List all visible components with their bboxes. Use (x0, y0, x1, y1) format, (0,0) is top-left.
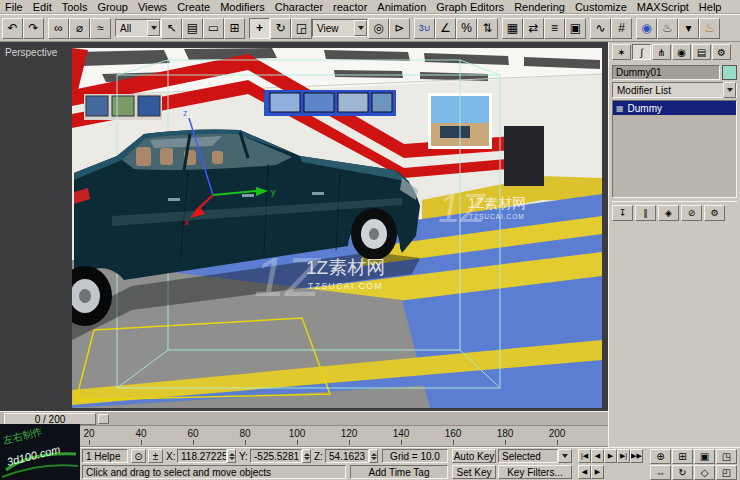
mirror-icon[interactable]: ⇄ (523, 18, 544, 39)
render-type-icon[interactable]: ▾ (678, 18, 699, 39)
menu-item[interactable]: Tools (57, 1, 93, 13)
named-selection-sets-icon[interactable]: ▦ (502, 18, 523, 39)
modifier-list-dropdown[interactable]: Modifier List (612, 82, 737, 98)
key-filters-button[interactable]: Key Filters... (498, 465, 572, 479)
track-bar[interactable]: 20406080100120140160180200 (0, 425, 608, 447)
previous-key-button[interactable]: ◀ (578, 465, 591, 479)
menu-item[interactable]: Edit (28, 1, 57, 13)
spinner-snap-icon[interactable]: ⇅ (477, 18, 498, 39)
reference-coordinate-dropdown[interactable]: View (312, 19, 368, 37)
display-tab[interactable]: ▤ (692, 44, 711, 60)
viewport-label[interactable]: Perspective (5, 47, 57, 58)
absolute-offset-toggle-icon[interactable]: ± (148, 449, 163, 463)
curve-editor-icon[interactable]: ∿ (590, 18, 611, 39)
create-tab[interactable]: ✶ (612, 44, 631, 60)
y-coordinate-field[interactable]: -525.5281 (250, 449, 302, 463)
modifier-stack[interactable]: ▦ Dummy (612, 100, 737, 198)
snap-toggle-icon[interactable]: 3∪ (414, 18, 435, 39)
bind-to-spacewarp-icon[interactable]: ≈ (90, 18, 111, 39)
zoom-region-icon[interactable]: ◳ (716, 449, 737, 464)
chevron-down-icon[interactable] (354, 20, 367, 36)
zoom-extents-icon[interactable]: ▣ (694, 449, 715, 464)
z-coordinate-field[interactable]: 54.1623 (325, 449, 369, 463)
undo-icon[interactable]: ↶ (2, 18, 23, 39)
pin-stack-button[interactable]: ↧ (612, 205, 633, 221)
menu-item[interactable]: reactor (328, 1, 372, 13)
go-to-start-button[interactable]: |◀ (578, 449, 591, 463)
time-slider-step-button[interactable] (98, 414, 109, 424)
pan-icon[interactable]: ⇔ (650, 465, 671, 480)
percent-snap-icon[interactable]: % (456, 18, 477, 39)
configure-modifier-sets-button[interactable]: ⚙ (704, 205, 725, 221)
set-key-button[interactable]: Set Key (452, 465, 496, 479)
previous-frame-button[interactable]: ◀ (591, 449, 604, 463)
menu-item[interactable]: Group (92, 1, 133, 13)
menu-item[interactable]: Help (694, 1, 727, 13)
show-end-result-button[interactable]: ∥ (635, 205, 656, 221)
angle-snap-icon[interactable]: ∠ (435, 18, 456, 39)
go-to-end-button[interactable]: ▶▶ (630, 449, 643, 463)
modify-tab[interactable]: ∫ (632, 44, 651, 60)
object-name-field[interactable]: Dummy01 (612, 65, 720, 80)
hierarchy-tab[interactable]: ⋔ (652, 44, 671, 60)
viewport-render[interactable]: z y x 1Z 1Z素材网 TZSUCAI.COM 1Z 1Z素材网 TZSU… (72, 48, 602, 408)
auto-key-button[interactable]: Auto Key (452, 449, 496, 463)
select-by-name-icon[interactable]: ▤ (182, 18, 203, 39)
x-coordinate-field[interactable]: 118.27225 (177, 449, 227, 463)
menu-item[interactable]: Animation (372, 1, 431, 13)
select-and-link-icon[interactable]: ∞ (48, 18, 69, 39)
zoom-all-icon[interactable]: ⊞ (672, 449, 693, 464)
select-and-rotate-icon[interactable]: ↻ (270, 18, 291, 39)
chevron-down-icon[interactable] (558, 449, 572, 463)
add-time-tag-field[interactable]: Add Time Tag (350, 465, 448, 479)
menu-item[interactable]: Modifiers (215, 1, 270, 13)
material-editor-icon[interactable]: ◉ (636, 18, 657, 39)
select-object-icon[interactable]: ↖ (161, 18, 182, 39)
lock-selection-icon[interactable]: ⊙ (131, 449, 146, 463)
select-and-manipulate-icon[interactable]: ⊳ (389, 18, 410, 39)
chevron-down-icon[interactable] (147, 20, 160, 36)
layer-manager-icon[interactable]: ▣ (565, 18, 586, 39)
render-scene-icon[interactable]: ♨ (657, 18, 678, 39)
y-spinner[interactable] (302, 449, 311, 463)
menu-item[interactable]: File (0, 1, 28, 13)
x-spinner[interactable] (227, 449, 236, 463)
align-icon[interactable]: ≡ (544, 18, 565, 39)
menu-item[interactable]: Graph Editors (431, 1, 509, 13)
perspective-viewport[interactable]: Perspective (0, 42, 608, 411)
rectangular-region-icon[interactable]: ▭ (203, 18, 224, 39)
remove-modifier-button[interactable]: ⊘ (681, 205, 702, 221)
make-unique-button[interactable]: ◈ (658, 205, 679, 221)
modifier-stack-row[interactable]: ▦ Dummy (613, 101, 736, 115)
select-and-scale-icon[interactable]: ◲ (291, 18, 312, 39)
menu-item[interactable]: Character (270, 1, 328, 13)
object-color-swatch[interactable] (722, 65, 737, 80)
arc-rotate-icon[interactable]: ↻ (672, 465, 693, 480)
next-frame-button[interactable]: ▶| (617, 449, 630, 463)
site-watermark-logo: 左右制作 3d100.com (0, 424, 80, 480)
select-and-move-icon[interactable]: + (249, 18, 270, 39)
use-pivot-center-icon[interactable]: ◎ (368, 18, 389, 39)
min-max-toggle-icon[interactable]: ◰ (716, 465, 737, 480)
play-button[interactable]: ▶ (604, 449, 617, 463)
next-key-button[interactable]: ▶ (591, 465, 604, 479)
redo-icon[interactable]: ↷ (23, 18, 44, 39)
menu-item[interactable]: MAXScript (632, 1, 694, 13)
unlink-selection-icon[interactable]: ⌀ (69, 18, 90, 39)
menu-item[interactable]: Rendering (509, 1, 570, 13)
field-of-view-icon[interactable]: ◇ (694, 465, 715, 480)
menu-item[interactable]: Customize (570, 1, 632, 13)
zoom-icon[interactable]: ⊕ (650, 449, 671, 464)
chevron-down-icon[interactable] (723, 82, 736, 98)
time-slider-track[interactable]: 0 / 200 (0, 411, 608, 425)
z-spinner[interactable] (369, 449, 378, 463)
utilities-tab[interactable]: ⚙ (712, 44, 731, 60)
menu-item[interactable]: Create (172, 1, 215, 13)
motion-tab[interactable]: ◉ (672, 44, 691, 60)
quick-render-icon[interactable]: ♨ (699, 18, 720, 39)
window-crossing-icon[interactable]: ⊞ (224, 18, 245, 39)
schematic-view-icon[interactable]: # (611, 18, 632, 39)
menu-item[interactable]: Views (133, 1, 172, 13)
key-filter-dropdown[interactable]: Selected (498, 449, 558, 463)
selection-filter-dropdown[interactable]: All (115, 19, 161, 37)
